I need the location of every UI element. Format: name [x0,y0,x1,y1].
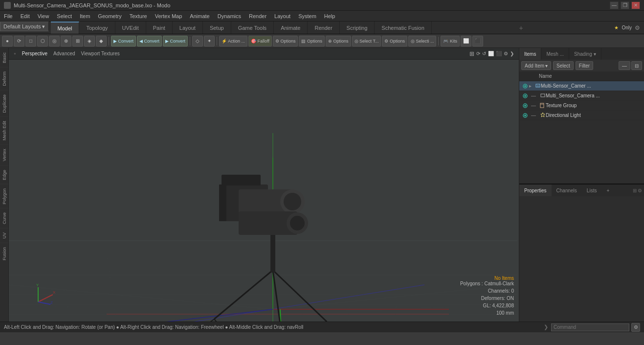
viewport[interactable]: ● Perspective Advanced Viewport Textures… [9,48,519,322]
vp-icon-arrow[interactable]: ❯ [510,51,514,56]
vp-icon-rotate[interactable]: ⟳ [476,51,480,56]
tab-add-bottom[interactable]: + [601,184,614,196]
menu-help[interactable]: Help [320,11,339,21]
vp-icon-gear[interactable]: ⚙ [504,51,508,56]
menu-render[interactable]: Render [245,11,270,21]
sidebar-item-curve[interactable]: Curve [0,208,8,228]
viewport-textures-button[interactable]: Viewport Textures [81,51,120,56]
maximize-button[interactable]: ❐ [621,1,629,9]
tool-circle[interactable]: ◎ [49,36,60,46]
eye-icon-3[interactable] [521,102,529,110]
tab-schematic-fusion[interactable]: Schematic Fusion [375,22,431,34]
tool-poly-icon[interactable]: ◇ [192,36,203,46]
tab-setup[interactable]: Setup [203,22,231,34]
menu-file[interactable]: File [0,11,17,21]
menu-animate[interactable]: Animate [186,11,213,21]
close-button[interactable]: ✕ [631,1,640,9]
icon-btn-1[interactable]: ⬜ [461,36,471,46]
tab-render[interactable]: Render [308,22,339,34]
sidebar-item-duplicate[interactable]: Duplicate [0,90,8,117]
list-item[interactable]: ▸ Multi-Sensor_Camer ... [519,81,644,91]
sidebar-item-deform[interactable]: Deform [0,67,8,90]
vp-icon-undo[interactable]: ↺ [482,51,486,56]
tool-basic[interactable]: ● [2,36,13,46]
funnel-button[interactable]: ⊟ [631,61,642,70]
tool-icon2[interactable]: ◆ [96,36,107,46]
action-button[interactable]: ⚡ Action ... [219,36,247,46]
menu-item[interactable]: Item [76,11,94,21]
minimize-button[interactable]: — [610,1,619,9]
options-button-4[interactable]: ⚙ Options [382,36,407,46]
expand-icon-bottom[interactable]: ⊞ [633,188,637,193]
vp-icon-filled[interactable]: ⬛ [496,51,502,56]
menu-layout[interactable]: Layout [270,11,294,21]
menu-vertex-map[interactable]: Vertex Map [151,11,186,21]
options-button-2[interactable]: ▤ Options [299,36,325,46]
tab-model[interactable]: Model [51,22,80,34]
tab-lists[interactable]: Lists [582,184,602,196]
eye-icon-1[interactable] [521,82,529,90]
menu-select[interactable]: Select [53,11,76,21]
perspective-button[interactable]: Perspective [22,51,47,56]
tab-scripting[interactable]: Scripting [340,22,375,34]
advanced-button[interactable]: Advanced [53,51,75,56]
tab-channels[interactable]: Channels [552,184,582,196]
list-item[interactable]: — Directional Light [519,111,644,120]
sidebar-item-uv[interactable]: UV [0,228,8,243]
list-item[interactable]: — Texture Group [519,101,644,111]
menu-system[interactable]: System [294,11,320,21]
falloff-button[interactable]: 🎯 Falloff [248,36,272,46]
list-item[interactable]: — Multi_Sensor_Camera ... [519,91,644,101]
tool-select-loop[interactable]: ⟳ [14,36,24,46]
sidebar-item-mesh-edit[interactable]: Mesh Edit [0,116,8,144]
tab-uvedit[interactable]: UVEdit [115,22,146,34]
command-input[interactable] [551,323,629,331]
tab-shading[interactable]: Shading ▾ [569,48,601,60]
vp-icon-square[interactable]: ⬜ [488,51,494,56]
menu-geometry[interactable]: Geometry [94,11,125,21]
gear-icon-bottom[interactable]: ⚙ [638,188,642,193]
vp-icon-expand[interactable]: ⊞ [469,50,474,57]
gear-icon[interactable]: ⚙ [635,24,640,31]
icon-btn-2[interactable]: ⬛ [472,36,483,46]
menu-view[interactable]: View [34,11,53,21]
tab-items[interactable]: Items [519,48,541,60]
menu-dynamics[interactable]: Dynamics [214,11,245,21]
convert-button-3[interactable]: ▶ Convert [163,36,188,46]
window-controls[interactable]: — ❐ ✕ [610,1,640,9]
tab-mesh[interactable]: Mesh ... [541,48,569,60]
tool-box[interactable]: □ [25,36,36,46]
sidebar-item-basic[interactable]: Basic [0,48,8,67]
layouts-dropdown[interactable]: Default Layouts ▾ [0,22,49,31]
tool-grid[interactable]: ⊞ [72,36,83,46]
options-button-1[interactable]: ⚙ Options [273,36,298,46]
tool-icon1[interactable]: ◈ [84,36,95,46]
tab-layout[interactable]: Layout [173,22,203,34]
add-tab-button[interactable]: + [515,22,527,34]
tab-paint[interactable]: Paint [146,22,173,34]
tool-cylinder[interactable]: ⊕ [61,36,71,46]
kits-button[interactable]: 🎮 Kits [441,36,460,46]
sidebar-item-vertex[interactable]: Vertex [0,144,8,165]
tool-hex[interactable]: ⬡ [37,36,48,46]
sidebar-item-polygon[interactable]: Polygon [0,184,8,208]
tab-game-tools[interactable]: Game Tools [231,22,274,34]
select-button[interactable]: Select [553,61,574,70]
tab-properties[interactable]: Properties [519,184,552,196]
eye-icon-2[interactable] [521,92,529,100]
menu-texture[interactable]: Texture [126,11,151,21]
convert-button-2[interactable]: ◀ Convert [137,36,162,46]
options-button-3[interactable]: ⊕ Options [326,36,351,46]
select-t-button[interactable]: ◎ Select T... [352,36,381,46]
menu-edit[interactable]: Edit [17,11,34,21]
sidebar-item-edge[interactable]: Edge [0,165,8,184]
tab-topology[interactable]: Topology [79,22,115,34]
convert-button-1[interactable]: ▶ Convert [111,36,136,46]
minus-button[interactable]: — [619,61,630,70]
sidebar-item-fusion[interactable]: Fusion [0,243,8,264]
tab-animate[interactable]: Animate [274,22,308,34]
eye-icon-4[interactable] [521,112,529,119]
filter-button[interactable]: Filter [576,61,593,70]
tool-star[interactable]: ✦ [204,36,215,46]
add-item-button[interactable]: Add Item ▾ [521,61,551,70]
